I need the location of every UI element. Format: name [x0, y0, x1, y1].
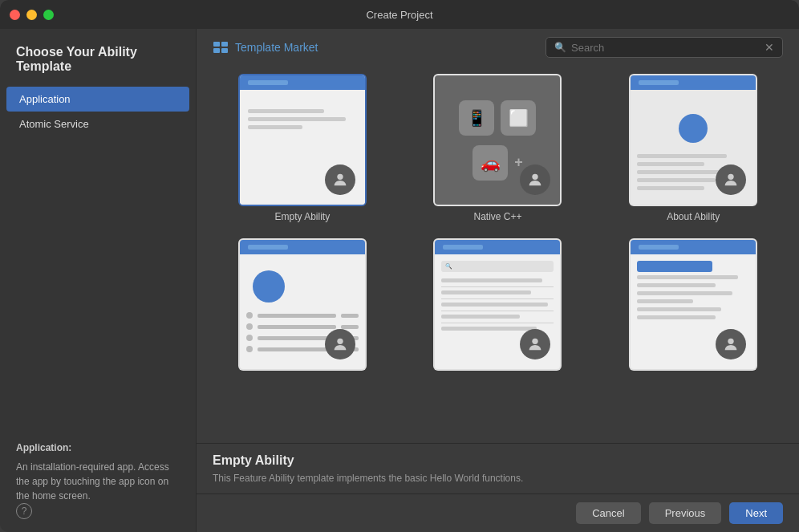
avatar-icon-4: [325, 329, 355, 359]
close-button[interactable]: [10, 10, 20, 20]
template-preview-about-ability: [629, 74, 757, 206]
phone-icon: 📱: [459, 100, 494, 136]
template-preview-native-cpp: 📱 ⬜ 🚗 +: [433, 74, 562, 206]
svg-rect-1: [221, 42, 228, 47]
cancel-button[interactable]: Cancel: [576, 502, 640, 524]
content-area: Template Market 🔍 ✕: [197, 29, 799, 532]
sidebar-heading: Choose Your Ability Template: [0, 45, 196, 87]
template-market-label: Template Market: [213, 39, 318, 55]
template-card-about-ability[interactable]: About Ability: [603, 74, 783, 222]
avatar-icon-1: [325, 164, 355, 195]
selected-template-name: Empty Ability: [213, 453, 783, 468]
tablet-icon: ⬜: [501, 100, 536, 136]
sidebar-description: Application: An installation-required ap…: [0, 428, 196, 516]
svg-point-4: [337, 174, 343, 180]
description-title: Application:: [16, 441, 180, 455]
template-preview-empty-ability: [238, 74, 367, 206]
minimize-button[interactable]: [26, 10, 37, 20]
template-name-native-cpp: Native C++: [473, 211, 521, 222]
template-preview-4: [238, 238, 367, 371]
svg-rect-2: [213, 48, 220, 53]
action-bar: Cancel Previous Next: [197, 493, 799, 532]
top-bar: Template Market 🔍 ✕: [197, 29, 799, 66]
svg-point-6: [728, 174, 733, 180]
search-input[interactable]: [571, 42, 760, 54]
main-container: Choose Your Ability Template Application…: [0, 29, 799, 532]
svg-point-8: [533, 339, 538, 344]
template-market-icon: [213, 39, 229, 55]
search-box[interactable]: 🔍 ✕: [546, 37, 783, 58]
template-name-empty-ability: Empty Ability: [274, 211, 330, 222]
selected-template-desc: This Feature Ability template implements…: [213, 473, 783, 484]
description-text: An installation-required app. Access the…: [16, 460, 180, 503]
avatar-icon-3: [716, 164, 746, 195]
help-icon[interactable]: ?: [16, 503, 32, 519]
templates-grid: Empty Ability 📱 ⬜ 🚗 +: [197, 66, 799, 443]
next-button[interactable]: Next: [729, 502, 783, 524]
template-preview-6: [629, 238, 757, 371]
title-bar: Create Project: [0, 0, 799, 29]
svg-rect-0: [213, 42, 220, 47]
template-card-6[interactable]: [603, 238, 783, 376]
clear-icon[interactable]: ✕: [765, 41, 774, 54]
svg-rect-3: [221, 48, 228, 53]
car-icon: 🚗: [473, 145, 508, 181]
template-card-4[interactable]: [213, 238, 392, 376]
svg-point-7: [337, 339, 343, 344]
bottom-description: Empty Ability This Feature Ability templ…: [197, 443, 799, 493]
sidebar: Choose Your Ability Template Application…: [0, 29, 197, 532]
template-card-native-cpp[interactable]: 📱 ⬜ 🚗 + Native C++: [408, 74, 588, 222]
template-market-text: Template Market: [235, 41, 318, 54]
maximize-button[interactable]: [43, 10, 54, 20]
window-title: Create Project: [366, 9, 432, 21]
svg-point-9: [728, 339, 733, 344]
previous-button[interactable]: Previous: [649, 502, 722, 524]
sidebar-item-application[interactable]: Application: [6, 87, 189, 112]
window-controls: [10, 10, 54, 20]
avatar-icon-6: [716, 329, 746, 359]
template-card-5[interactable]: 🔍: [408, 238, 588, 376]
sidebar-item-atomic-service[interactable]: Atomic Service: [6, 112, 189, 136]
template-card-empty-ability[interactable]: Empty Ability: [213, 74, 392, 222]
template-preview-5: 🔍: [433, 238, 562, 371]
search-icon: 🔍: [554, 42, 566, 53]
template-name-about-ability: About Ability: [667, 211, 720, 222]
svg-point-5: [533, 174, 538, 180]
